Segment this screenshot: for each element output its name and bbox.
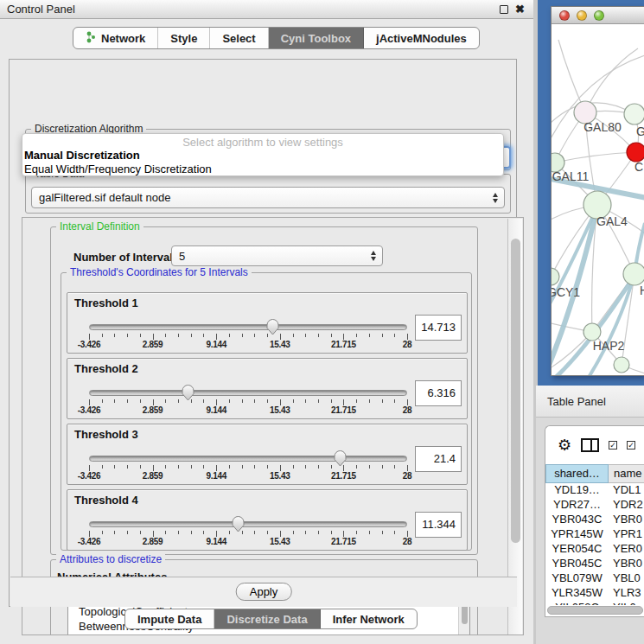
- settings-scroll-panel: Interval Definition Number of Intervals …: [22, 217, 524, 635]
- column-layout-icon[interactable]: [581, 438, 599, 452]
- tick-mark: [382, 531, 383, 534]
- table-row[interactable]: YBR045CYBR0: [545, 557, 644, 571]
- tick-mark: [216, 399, 217, 405]
- tick-label: -3.426: [78, 405, 101, 415]
- node-label: GCY1: [552, 285, 580, 299]
- tick-label: -3.426: [78, 537, 101, 546]
- checkbox-icon-1[interactable]: ✓: [609, 441, 617, 450]
- table-row[interactable]: YBL079WYBL0: [545, 571, 644, 586]
- tick-mark: [216, 465, 217, 471]
- tick-mark: [178, 531, 179, 534]
- number-of-intervals-combobox[interactable]: 5: [171, 245, 383, 266]
- tick-mark: [369, 399, 370, 403]
- scrollbar-thumb[interactable]: [511, 239, 520, 543]
- tab-network[interactable]: Network: [73, 28, 158, 48]
- node-label: GA: [636, 124, 644, 138]
- table-data-combobox[interactable]: galFiltered.sif default node: [31, 187, 505, 208]
- table-data-value: galFiltered.sif default node: [39, 191, 488, 204]
- scrollbar-thumb[interactable]: [547, 606, 643, 615]
- tab-label: Cyni Toolbox: [281, 32, 351, 45]
- float-window-icon[interactable]: [500, 5, 508, 14]
- tick-label: 2.859: [143, 537, 163, 546]
- threshold-value-field[interactable]: 21.4: [415, 446, 462, 472]
- tick-mark: [140, 531, 141, 534]
- table-row[interactable]: YLR345WYLR3: [545, 586, 644, 601]
- close-traffic-light-icon[interactable]: [559, 10, 570, 21]
- right-mid-node[interactable]: [623, 263, 644, 285]
- tick-label: 9.144: [206, 471, 226, 481]
- red-node[interactable]: [627, 143, 644, 162]
- slider-track[interactable]: [89, 456, 407, 462]
- HAP2-node[interactable]: [583, 323, 601, 341]
- cell-shared-name: YER054C: [545, 542, 609, 557]
- tab-cyni-toolbox[interactable]: Cyni Toolbox: [269, 28, 364, 48]
- slider-thumb[interactable]: [265, 318, 280, 335]
- cell-shared-name: YIL053C: [545, 601, 609, 605]
- slider-track[interactable]: [89, 521, 407, 527]
- tick-mark: [89, 465, 90, 471]
- tab-discretize-data[interactable]: Discretize Data: [214, 609, 320, 628]
- table-row[interactable]: YBR043CYBR0: [545, 513, 644, 527]
- threshold-value-field[interactable]: 11.344: [415, 512, 462, 538]
- dropdown-placeholder: Select algorithm to view settings: [22, 136, 503, 149]
- threshold-value-field[interactable]: 14.713: [415, 315, 462, 341]
- dropdown-option-equal-width[interactable]: Equal Width/Frequency Discretization: [22, 163, 503, 176]
- table-row[interactable]: YDL19…YDL1: [545, 483, 644, 498]
- slider-thumb[interactable]: [181, 384, 195, 401]
- tab-jactivemnodules[interactable]: jActiveMNodules: [364, 28, 479, 48]
- tick-label: 28: [403, 537, 412, 546]
- node-label: GAL11: [552, 169, 590, 183]
- table-row[interactable]: YIL053CYIL0: [545, 601, 644, 605]
- tick-label: 15.43: [270, 537, 290, 546]
- slider-thumb[interactable]: [231, 515, 245, 532]
- close-icon[interactable]: ✖: [515, 5, 525, 14]
- dropdown-option-manual-discretization[interactable]: Manual Discretization: [22, 149, 503, 163]
- top-right-node[interactable]: [624, 104, 644, 124]
- zoom-traffic-light-icon[interactable]: [594, 10, 604, 21]
- tab-style[interactable]: Style: [158, 28, 210, 48]
- GCY1-node[interactable]: [552, 268, 559, 285]
- cell-name: YER0: [609, 542, 644, 557]
- apply-strip: Apply: [10, 577, 517, 607]
- cell-shared-name: YLR345W: [545, 586, 609, 601]
- tab-impute-data[interactable]: Impute Data: [125, 609, 214, 628]
- tick-mark: [229, 465, 230, 469]
- tick-mark: [178, 334, 179, 337]
- table-row[interactable]: YER054CYER0: [545, 542, 644, 557]
- table-row[interactable]: YPR145WYPR1: [545, 527, 644, 542]
- column-header-name[interactable]: name: [609, 464, 644, 483]
- table-row[interactable]: YDR27…YDR2: [545, 498, 644, 513]
- tick-mark: [242, 465, 243, 469]
- checkbox-icon-2[interactable]: ✓: [627, 441, 635, 450]
- table-horizontal-scrollbar[interactable]: [547, 606, 643, 615]
- network-canvas[interactable]: GAL80GACGAL11GAL4GCY1HHAP2: [552, 24, 644, 375]
- tick-mark: [216, 531, 217, 537]
- tab-label: Infer Network: [333, 613, 405, 626]
- minimize-traffic-light-icon[interactable]: [577, 10, 587, 21]
- slider-thumb[interactable]: [333, 450, 348, 467]
- tick-label: 2.859: [143, 405, 163, 415]
- bottom-node[interactable]: [614, 357, 629, 373]
- table-panel-body: ⚙ ✓ ✓ shared… name YDL19…YDL1YDR27…YDR2Y…: [545, 425, 644, 617]
- tab-infer-network[interactable]: Infer Network: [321, 609, 417, 628]
- table-panel-titlebar: Table Panel: [536, 386, 644, 418]
- tick-mark: [356, 334, 357, 337]
- tick-mark: [153, 334, 154, 340]
- cell-shared-name: YPR145W: [545, 527, 609, 542]
- slider-track[interactable]: [89, 390, 407, 396]
- tick-mark: [407, 465, 408, 471]
- top-tab-bar: Network Style Select Cyni Toolbox jActiv…: [73, 27, 480, 49]
- slider-track[interactable]: [89, 324, 407, 330]
- threshold-value-field[interactable]: 6.316: [415, 380, 462, 406]
- apply-button[interactable]: Apply: [236, 583, 292, 601]
- cell-shared-name: YBR045C: [545, 557, 609, 571]
- network-window-titlebar[interactable]: [552, 7, 644, 24]
- threshold-group: Threshold 2-3.4262.8599.14415.4321.71528…: [67, 358, 468, 419]
- tick-label: -3.426: [78, 340, 101, 349]
- tab-select[interactable]: Select: [210, 28, 268, 48]
- gear-icon[interactable]: ⚙: [558, 436, 571, 455]
- settings-scrollbar[interactable]: [507, 219, 522, 635]
- tick-mark: [331, 531, 332, 534]
- tick-label: -3.426: [78, 471, 101, 481]
- column-header-shared-name[interactable]: shared…: [545, 464, 609, 483]
